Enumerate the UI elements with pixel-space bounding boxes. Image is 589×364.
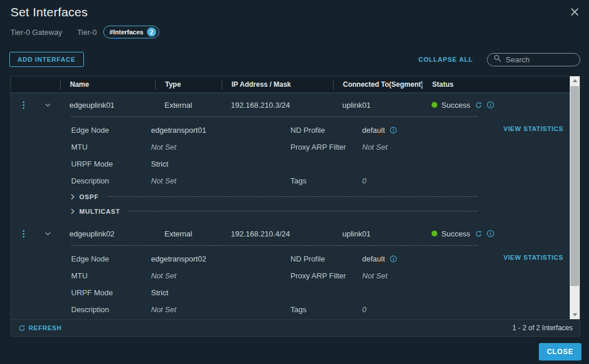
- mtu-value: Not Set: [151, 267, 290, 284]
- nd-profile-value: default: [362, 255, 385, 263]
- tags-label: Tags: [290, 301, 362, 318]
- interface-details: Edge Node edgetransport01 ND Profile def…: [11, 117, 570, 222]
- interface-details: Edge Node edgetransport02 ND Profile def…: [11, 246, 570, 319]
- add-interface-button[interactable]: ADD INTERFACE: [9, 52, 84, 67]
- chevron-down-icon[interactable]: [44, 229, 52, 238]
- row-actions-menu-icon[interactable]: [21, 228, 26, 239]
- toolbar: ADD INTERFACE COLLAPSE ALL: [0, 38, 589, 67]
- scrollbar[interactable]: [570, 76, 580, 319]
- status-badge: Success: [441, 229, 470, 238]
- status-dot: [432, 102, 437, 108]
- tags-value: 0: [362, 172, 570, 189]
- nd-profile-label: ND Profile: [290, 250, 362, 267]
- status-refresh-icon[interactable]: [475, 101, 482, 109]
- column-header-segment: Connected To(Segment): [333, 80, 422, 90]
- urpf-mode-label: URPF Mode: [71, 156, 151, 172]
- description-label: Description: [71, 301, 151, 318]
- interface-name: edgeuplink01: [60, 101, 155, 109]
- view-statistics-link[interactable]: VIEW STATISTICS: [503, 125, 563, 132]
- breadcrumb-tier0[interactable]: Tier-0: [77, 28, 96, 37]
- urpf-mode-value: Strict: [151, 284, 290, 301]
- close-icon[interactable]: [570, 7, 580, 17]
- ospf-section-toggle[interactable]: OSPF: [11, 189, 570, 204]
- refresh-link[interactable]: REFRESH: [18, 324, 62, 332]
- status-info-icon[interactable]: [486, 101, 495, 109]
- interfaces-pill[interactable]: #Interfaces 2: [103, 26, 159, 38]
- tags-value: 0: [362, 301, 570, 318]
- column-header-type: Type: [155, 80, 222, 90]
- proxy-arp-value: Not Set: [362, 267, 570, 284]
- collapse-all-link[interactable]: COLLAPSE ALL: [418, 56, 473, 63]
- urpf-mode-label: URPF Mode: [71, 284, 151, 301]
- table-row: edgeuplink01 External 192.168.210.3/24 u…: [11, 93, 570, 222]
- scrollbar-up-arrow-icon[interactable]: [570, 76, 580, 85]
- proxy-arp-value: Not Set: [362, 139, 570, 156]
- mtu-label: MTU: [71, 267, 151, 284]
- urpf-mode-value: Strict: [151, 156, 290, 172]
- status-refresh-icon[interactable]: [475, 230, 482, 238]
- proxy-arp-label: Proxy ARP Filter: [290, 267, 362, 284]
- info-icon[interactable]: [390, 126, 397, 134]
- search-input[interactable]: [506, 55, 574, 64]
- edge-node-label: Edge Node: [71, 250, 151, 267]
- status-info-icon[interactable]: [486, 229, 495, 238]
- interfaces-pill-label: #Interfaces: [110, 29, 143, 36]
- scrollbar-thumb[interactable]: [570, 86, 579, 286]
- ospf-section-toggle[interactable]: OSPF: [11, 318, 570, 319]
- multicast-section-label: MULTICAST: [79, 208, 120, 215]
- breadcrumb-tier0-gateway[interactable]: Tier-0 Gateway: [10, 28, 62, 37]
- info-icon[interactable]: [390, 255, 397, 263]
- close-button[interactable]: CLOSE: [539, 343, 581, 361]
- view-statistics-link[interactable]: VIEW STATISTICS: [503, 254, 563, 261]
- chevron-right-icon: [70, 208, 75, 215]
- column-header-name: Name: [60, 80, 155, 90]
- interface-segment: uplink01: [333, 229, 422, 238]
- status-badge: Success: [441, 101, 470, 109]
- description-label: Description: [71, 172, 151, 189]
- interface-name: edgeuplink02: [60, 229, 155, 238]
- scrollbar-down-arrow-icon[interactable]: [570, 310, 580, 319]
- column-header-ip: IP Address / Mask: [222, 80, 333, 90]
- tags-label: Tags: [290, 172, 362, 189]
- interface-ip: 192.168.210.3/24: [222, 101, 333, 109]
- refresh-label: REFRESH: [29, 324, 62, 331]
- row-count: 1 - 2 of 2 Interfaces: [513, 324, 573, 332]
- interface-type: External: [155, 229, 222, 238]
- description-value: Not Set: [151, 172, 290, 189]
- nd-profile-label: ND Profile: [290, 122, 362, 139]
- description-value: Not Set: [151, 301, 290, 318]
- interface-segment: uplink01: [333, 101, 422, 109]
- table-footer: REFRESH 1 - 2 of 2 Interfaces: [11, 319, 580, 336]
- page-title: Set Interfaces: [10, 5, 87, 19]
- dialog-header: Set Interfaces: [0, 0, 589, 19]
- table-header-row: Name Type IP Address / Mask Connected To…: [11, 76, 570, 93]
- interfaces-table: Name Type IP Address / Mask Connected To…: [10, 76, 580, 337]
- interface-ip: 192.168.210.4/24: [222, 229, 333, 238]
- interfaces-count-badge: 2: [147, 27, 156, 37]
- edge-node-label: Edge Node: [71, 122, 151, 139]
- table-viewport: Name Type IP Address / Mask Connected To…: [11, 76, 570, 319]
- table-row: edgeuplink02 External 192.168.210.4/24 u…: [11, 222, 570, 319]
- ospf-section-label: OSPF: [79, 193, 99, 200]
- search-box[interactable]: [487, 53, 580, 66]
- multicast-section-toggle[interactable]: MULTICAST: [11, 204, 570, 218]
- search-icon: [493, 54, 502, 65]
- mtu-label: MTU: [71, 139, 151, 156]
- row-actions-menu-icon[interactable]: [21, 100, 26, 111]
- status-dot: [432, 231, 437, 236]
- nd-profile-value: default: [362, 126, 385, 135]
- chevron-right-icon: [70, 193, 75, 200]
- mtu-value: Not Set: [151, 139, 290, 156]
- edge-node-value: edgetransport02: [151, 250, 290, 267]
- edge-node-value: edgetransport01: [151, 122, 290, 139]
- refresh-icon: [18, 324, 26, 332]
- interface-type: External: [155, 101, 222, 109]
- proxy-arp-label: Proxy ARP Filter: [290, 139, 362, 156]
- breadcrumb: Tier-0 Gateway Tier-0 #Interfaces 2: [0, 19, 589, 38]
- set-interfaces-dialog: Set Interfaces Tier-0 Gateway Tier-0 #In…: [0, 0, 589, 364]
- column-header-status: Status: [422, 80, 570, 90]
- chevron-down-icon[interactable]: [44, 101, 52, 109]
